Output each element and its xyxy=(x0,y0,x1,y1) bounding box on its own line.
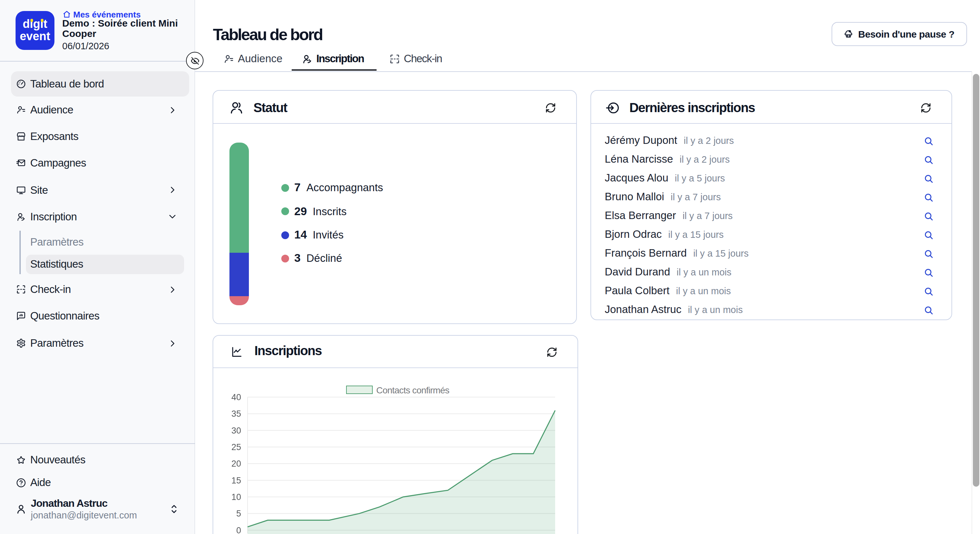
svg-text:0: 0 xyxy=(236,525,241,534)
svg-text:15: 15 xyxy=(231,475,241,485)
svg-text:40: 40 xyxy=(231,392,241,402)
svg-text:5: 5 xyxy=(236,509,241,518)
svg-text:10: 10 xyxy=(231,492,241,502)
svg-text:20: 20 xyxy=(231,458,241,468)
svg-text:35: 35 xyxy=(231,408,241,418)
svg-text:25: 25 xyxy=(231,442,241,452)
svg-text:30: 30 xyxy=(231,426,241,435)
